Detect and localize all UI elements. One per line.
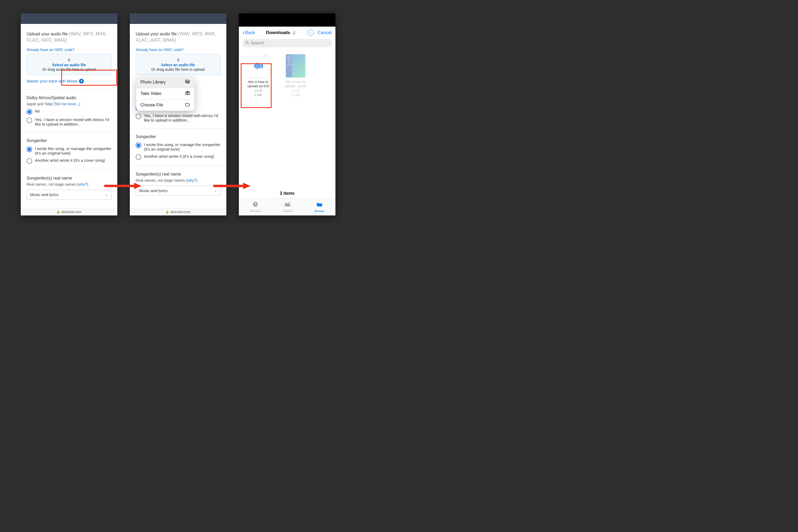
radio-unchecked-icon	[136, 114, 141, 119]
audio-dropzone[interactable]: Select an audio file Or drag audio file …	[136, 54, 221, 75]
files-grid: this is how to upload on iOS 13:30 6 MB …	[239, 51, 336, 198]
mixea-link[interactable]: Master your track with Mixea ➔	[26, 79, 84, 83]
credit-type-select[interactable]: Music and lyrics ⌄	[136, 186, 221, 195]
file-source-action-sheet: Photo Library Take Video Choose File	[136, 77, 194, 111]
svg-rect-5	[187, 92, 188, 92]
radio-checked-icon	[26, 109, 32, 115]
dolby-no-option[interactable]: No	[26, 109, 111, 115]
file-item-audio[interactable]: this is how to upload on iOS 13:30 6 MB	[244, 54, 273, 97]
audio-dropzone[interactable]: Select an audio file Or drag audio file …	[26, 54, 111, 75]
songwriter-heading: Songwriter	[136, 134, 221, 139]
isrc-link[interactable]: Already have an ISRC code?	[26, 48, 75, 52]
dolby-yes-option[interactable]: Yes, I have a version mixed with Atmos I…	[136, 113, 221, 122]
songwriter-cover-option[interactable]: Another artist wrote it (it's a cover so…	[136, 154, 221, 160]
svg-point-6	[246, 41, 248, 43]
file-item-image: this is how to upload on iOS DemoKid thi…	[281, 54, 310, 97]
realname-heading: Songwriter(s) real name	[26, 176, 111, 180]
files-nav-bar: ‹ Back Downloads ⌄ ⋯ Cancel Search	[239, 26, 336, 50]
address-bar[interactable]: 🔒 distrokid.com	[21, 208, 117, 215]
chevron-left-icon: ‹	[243, 29, 244, 36]
more-options-button[interactable]: ⋯	[307, 30, 314, 36]
screen-2: Upload your audio file (WAV, MP3, M4A, F…	[130, 13, 226, 215]
cancel-button[interactable]: Cancel	[318, 30, 332, 35]
address-bar[interactable]: 🔒 distrokid.com	[130, 208, 226, 215]
folder-icon	[316, 201, 323, 209]
svg-point-9	[289, 202, 290, 203]
upload-heading: Upload your audio file	[26, 32, 68, 36]
back-button[interactable]: ‹ Back	[243, 29, 255, 36]
files-tab-bar: Recents Shared Browse	[239, 198, 336, 215]
search-icon	[245, 41, 249, 46]
songwriter-cover-option[interactable]: Another artist wrote it (it's a cover so…	[26, 158, 111, 164]
upload-heading: Upload your audio file	[136, 32, 177, 36]
chevron-down-icon: ⌄	[292, 30, 297, 35]
chevron-down-icon: ⌄	[214, 189, 217, 192]
photo-library-icon	[185, 79, 190, 85]
credit-type-select[interactable]: Music and lyrics ⌄	[26, 190, 111, 200]
why-link[interactable]: why?	[78, 182, 87, 187]
camera-icon	[185, 91, 190, 96]
radio-unchecked-icon	[136, 154, 141, 160]
arrow-right-icon: ➔	[79, 79, 84, 83]
clock-icon	[252, 201, 258, 209]
shared-folder-icon	[284, 201, 291, 209]
drag-hint: Or drag audio file here to upload	[138, 67, 218, 72]
realname-heading: Songwriter(s) real name	[136, 172, 221, 177]
songwriter-original-option[interactable]: I wrote this song, or manage the songwri…	[26, 146, 111, 155]
form-content: Upload your audio file (WAV, MP3, M4A, F…	[21, 24, 117, 208]
select-audio-link[interactable]: Select an audio file	[138, 63, 218, 67]
audio-file-icon	[248, 54, 268, 78]
status-bar	[130, 13, 226, 24]
radio-checked-icon	[136, 142, 141, 148]
dolby-heading: Dolby Atmos/Spatial audio	[26, 95, 111, 100]
radio-checked-icon	[26, 147, 32, 152]
drag-hint: Or drag audio file here to upload	[29, 67, 109, 72]
tab-recents[interactable]: Recents	[250, 201, 261, 212]
chevron-down-icon: ⌄	[105, 193, 108, 196]
radio-unchecked-icon	[26, 158, 32, 164]
download-icon	[176, 58, 180, 62]
lock-icon: 🔒	[56, 210, 60, 214]
isrc-link[interactable]: Already have an ISRC code?	[136, 48, 184, 52]
choose-file-option[interactable]: Choose File	[136, 99, 194, 111]
status-bar	[239, 13, 336, 26]
form-content: Upload your audio file (WAV, MP3, M4A, F…	[130, 24, 226, 208]
screen-1: Upload your audio file (WAV, MP3, M4A, F…	[21, 13, 117, 215]
folder-title[interactable]: Downloads ⌄	[266, 30, 297, 35]
tab-shared[interactable]: Shared	[283, 201, 292, 212]
radio-unchecked-icon	[26, 118, 32, 123]
songwriter-original-option[interactable]: I wrote this song, or manage the songwri…	[136, 142, 221, 151]
search-input[interactable]: Search	[243, 39, 332, 48]
why-link[interactable]: why?	[188, 178, 196, 183]
item-count: 2 items	[239, 191, 336, 196]
dolby-tell-more-link[interactable]: Tell me more...	[55, 102, 79, 106]
download-icon	[67, 58, 71, 62]
status-bar	[21, 13, 117, 24]
lock-icon: 🔒	[166, 210, 169, 214]
songwriter-heading: Songwriter	[26, 138, 111, 143]
folder-icon	[185, 102, 190, 108]
dolby-yes-option[interactable]: Yes, I have a version mixed with Atmos I…	[26, 117, 111, 126]
image-file-icon: this is how to upload on iOS DemoKid	[286, 54, 305, 78]
tab-browse[interactable]: Browse	[315, 201, 324, 212]
svg-point-4	[187, 93, 188, 94]
select-audio-link[interactable]: Select an audio file	[29, 63, 109, 67]
photo-library-option[interactable]: Photo Library	[136, 77, 194, 88]
take-video-option[interactable]: Take Video	[136, 88, 194, 99]
screen-3: ‹ Back Downloads ⌄ ⋯ Cancel Search	[239, 13, 336, 215]
